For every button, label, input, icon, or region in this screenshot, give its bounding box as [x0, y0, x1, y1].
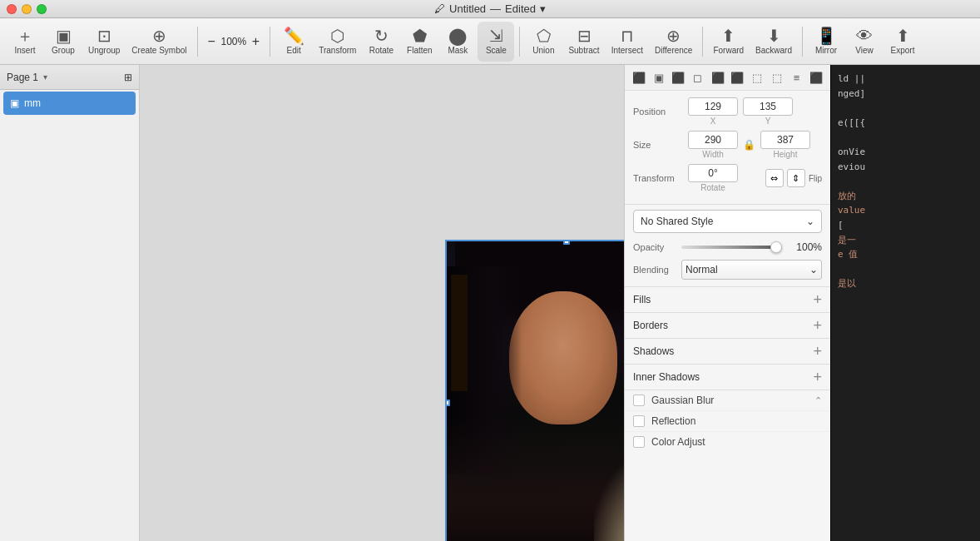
fills-add-button[interactable]: + [813, 292, 822, 307]
transform-button[interactable]: ⬡ Transform [314, 22, 361, 62]
reflection-label: Reflection [651, 415, 695, 427]
reflection-row[interactable]: Reflection [625, 411, 830, 432]
zoom-control[interactable]: − 100% + [203, 31, 265, 52]
forward-icon: ⬆ [721, 27, 735, 44]
separator-1 [197, 27, 198, 57]
opacity-slider[interactable] [681, 246, 782, 249]
far-right-editor: ld || nged] e([[{ onVie eviou 放的 value [… [830, 65, 980, 541]
page-label: Page 1 [7, 72, 38, 83]
align-left-btn[interactable]: ⬛ [630, 68, 648, 87]
mask-button[interactable]: ⬤ Mask [439, 22, 476, 62]
borders-label: Borders [633, 320, 668, 331]
more-btn[interactable]: ⬛ [807, 68, 825, 87]
flip-label: Flip [809, 174, 822, 183]
size-row: Size Width 🔒 Height [633, 131, 822, 159]
edit-icon: ✏️ [284, 27, 304, 44]
inner-shadows-section-header[interactable]: Inner Shadows + [625, 365, 830, 390]
lock-icon[interactable]: 🔒 [743, 139, 755, 151]
zoom-minus[interactable]: − [208, 34, 215, 49]
reflection-checkbox[interactable] [633, 415, 645, 427]
export-button[interactable]: ⬆ Export [884, 22, 921, 62]
color-adjust-label: Color Adjust [651, 436, 705, 448]
title-bar: 🖊 Untitled — Edited ▾ [0, 0, 980, 18]
gaussian-blur-checkbox[interactable] [633, 395, 645, 406]
layer-item[interactable]: ▣ mm [3, 92, 136, 115]
group-button[interactable]: ▣ Group [45, 22, 82, 62]
position-section: Position X Y Size Width 🔒 [625, 91, 830, 205]
handle-top[interactable] [563, 240, 570, 245]
flatten-button[interactable]: ⬟ Flatten [401, 22, 438, 62]
color-adjust-row[interactable]: Color Adjust [625, 432, 830, 452]
backward-icon: ⬇ [767, 27, 781, 44]
height-input[interactable] [760, 131, 810, 149]
distribute-v-btn[interactable]: ⬚ [768, 68, 786, 87]
view-button[interactable]: 👁 View [846, 22, 883, 62]
borders-section-header[interactable]: Borders + [625, 313, 830, 339]
subtract-button[interactable]: ⊟ Subtract [563, 22, 604, 62]
subtract-icon: ⊟ [577, 27, 591, 44]
main-toolbar: ＋ Insert ▣ Group ⊡ Ungroup ⊕ Create Symb… [0, 18, 980, 65]
fills-section-header[interactable]: Fills + [625, 287, 830, 313]
flip-v-button[interactable]: ⇕ [787, 169, 805, 187]
shadows-add-button[interactable]: + [813, 344, 822, 359]
sidebar-options[interactable]: ⊞ [124, 72, 132, 83]
insert-button[interactable]: ＋ Insert [7, 22, 43, 62]
insert-icon: ＋ [17, 27, 33, 44]
distribute-space-btn[interactable]: ≡ [788, 68, 806, 87]
width-input[interactable] [688, 131, 738, 149]
fills-label: Fills [633, 294, 651, 305]
rotate-button[interactable]: ↻ Rotate [363, 22, 399, 62]
flip-h-button[interactable]: ⇔ [765, 169, 784, 187]
union-button[interactable]: ⬠ Union [525, 22, 562, 62]
intersect-button[interactable]: ⊓ Intersect [606, 22, 648, 62]
intersect-icon: ⊓ [621, 27, 634, 44]
maximize-button[interactable] [37, 4, 47, 14]
dropdown-chevron: ⌄ [806, 216, 814, 227]
color-adjust-checkbox[interactable] [633, 436, 645, 448]
ungroup-button[interactable]: ⊡ Ungroup [83, 22, 125, 62]
close-button[interactable] [7, 4, 17, 14]
shared-style-dropdown[interactable]: No Shared Style ⌄ [633, 210, 822, 233]
edit-button[interactable]: ✏️ Edit [275, 22, 312, 62]
shadows-section-header[interactable]: Shadows + [625, 339, 830, 365]
opacity-thumb[interactable] [770, 241, 782, 253]
pos-x-input[interactable] [688, 97, 738, 116]
canvas-area[interactable]: @_LinLin [140, 65, 624, 541]
align-bottom-btn[interactable]: ⬛ [729, 68, 747, 87]
separator-4 [702, 27, 703, 57]
inner-shadows-add-button[interactable]: + [813, 370, 822, 385]
backward-button[interactable]: ⬇ Backward [750, 22, 797, 62]
zoom-plus[interactable]: + [252, 34, 260, 49]
rotate-input[interactable] [688, 164, 738, 182]
page-header[interactable]: Page 1 ▾ ⊞ [0, 65, 139, 90]
distribute-h-btn[interactable]: ⬚ [748, 68, 766, 87]
gaussian-blur-expand[interactable]: ⌃ [814, 395, 822, 406]
selected-image[interactable]: @_LinLin [445, 240, 624, 541]
borders-add-button[interactable]: + [813, 318, 822, 333]
mirror-button[interactable]: 📱 Mirror [808, 22, 844, 62]
gaussian-blur-row[interactable]: Gaussian Blur ⌃ [625, 390, 830, 411]
align-center-h-btn[interactable]: ▣ [650, 68, 668, 87]
flatten-icon: ⬟ [413, 27, 427, 44]
left-sidebar: Page 1 ▾ ⊞ ▣ mm [0, 65, 140, 541]
align-middle-btn[interactable]: ◻ [689, 68, 707, 87]
pos-y-input[interactable] [743, 97, 793, 116]
create-symbol-button[interactable]: ⊕ Create Symbol [126, 22, 191, 62]
forward-button[interactable]: ⬆ Forward [708, 22, 749, 62]
main-area: Page 1 ▾ ⊞ ▣ mm [0, 65, 980, 541]
handle-left[interactable] [445, 400, 450, 406]
page-chevron[interactable]: ▾ [43, 72, 47, 82]
blending-chevron: ⌄ [809, 264, 818, 275]
align-top-btn[interactable]: ⬛ [669, 68, 687, 87]
height-col: Height [760, 131, 810, 159]
transform-icon: ⬡ [330, 27, 344, 44]
blending-select[interactable]: Normal ⌄ [681, 260, 822, 280]
scale-button[interactable]: ⇲ Scale [478, 22, 514, 62]
difference-button[interactable]: ⊕ Difference [650, 22, 697, 62]
rotate-icon: ↻ [374, 27, 389, 44]
minimize-button[interactable] [22, 4, 32, 14]
align-right-btn[interactable]: ⬛ [709, 68, 727, 87]
difference-icon: ⊕ [666, 27, 681, 44]
pos-y-col: Y [743, 97, 793, 126]
opacity-row: Opacity 100% [625, 238, 830, 256]
